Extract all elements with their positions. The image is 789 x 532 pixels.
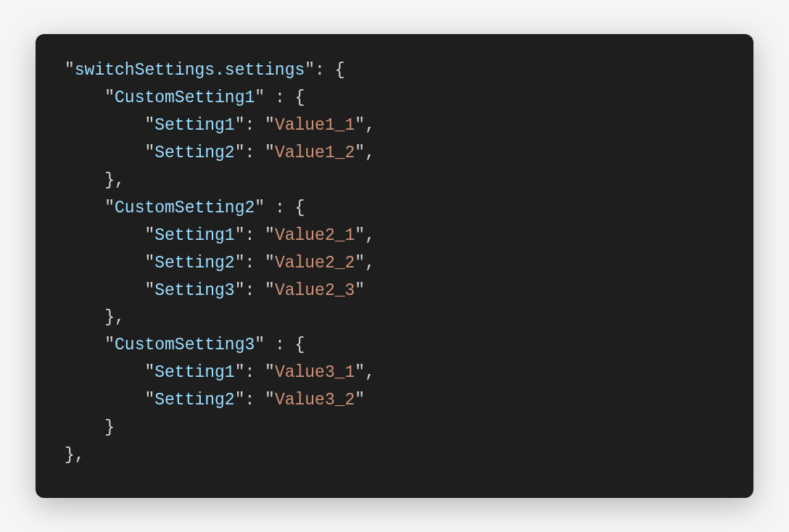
setting-key: Setting2 <box>154 254 234 273</box>
setting-key: Setting1 <box>154 363 234 382</box>
setting-key: Setting2 <box>154 391 234 410</box>
group-key: CustomSetting3 <box>115 336 255 354</box>
setting-key: Setting3 <box>154 281 234 300</box>
setting-value: Value2_3 <box>275 281 355 300</box>
setting-value: Value3_1 <box>275 363 355 382</box>
setting-key: Setting1 <box>154 116 234 135</box>
group-key: CustomSetting1 <box>115 88 255 107</box>
root-key: switchSettings.settings <box>75 61 305 80</box>
setting-value: Value3_2 <box>275 391 355 410</box>
setting-value: Value2_2 <box>275 254 355 273</box>
group-key: CustomSetting2 <box>115 199 255 217</box>
setting-value: Value1_1 <box>275 116 355 135</box>
setting-key: Setting2 <box>154 144 234 162</box>
setting-value: Value2_1 <box>275 226 355 245</box>
setting-key: Setting1 <box>154 226 234 245</box>
code-block: "switchSettings.settings": { "CustomSett… <box>36 34 753 498</box>
setting-value: Value1_2 <box>275 144 355 162</box>
